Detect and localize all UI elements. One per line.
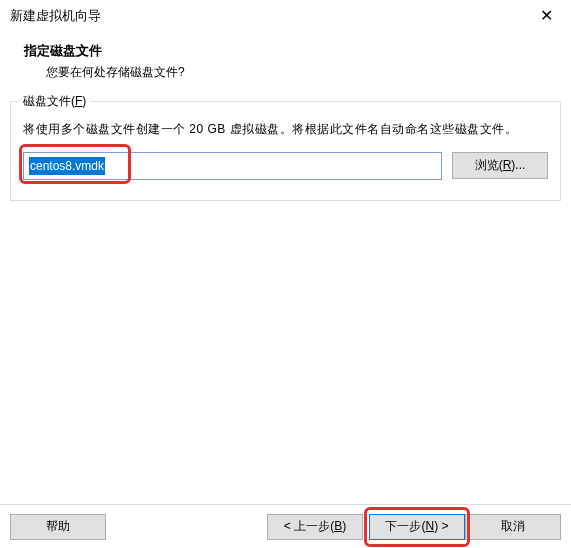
disk-file-input[interactable] — [23, 152, 442, 180]
back-button[interactable]: < 上一步(B) — [267, 514, 363, 540]
help-button[interactable]: 帮助 — [10, 514, 106, 540]
group-description: 将使用多个磁盘文件创建一个 20 GB 虚拟磁盘。将根据此文件名自动命名这些磁盘… — [23, 120, 548, 140]
group-legend: 磁盘文件(F) — [19, 93, 90, 110]
wizard-header: 指定磁盘文件 您要在何处存储磁盘文件? — [0, 32, 571, 95]
window-title: 新建虚拟机向导 — [10, 7, 101, 25]
next-button[interactable]: 下一步(N) > — [369, 514, 465, 540]
wizard-footer: 帮助 < 上一步(B) 下一步(N) > 取消 — [0, 504, 571, 548]
file-row: centos8.vmdk 浏览(R)... — [23, 152, 548, 180]
page-title: 指定磁盘文件 — [24, 42, 547, 60]
titlebar: 新建虚拟机向导 ✕ — [0, 0, 571, 32]
next-button-wrap: 下一步(N) > — [369, 514, 465, 540]
browse-button[interactable]: 浏览(R)... — [452, 152, 548, 179]
close-icon[interactable]: ✕ — [530, 6, 563, 26]
page-subtitle: 您要在何处存储磁盘文件? — [24, 64, 547, 81]
cancel-button[interactable]: 取消 — [465, 514, 561, 540]
file-input-wrap: centos8.vmdk — [23, 152, 442, 180]
disk-file-group: 磁盘文件(F) 将使用多个磁盘文件创建一个 20 GB 虚拟磁盘。将根据此文件名… — [10, 101, 561, 201]
